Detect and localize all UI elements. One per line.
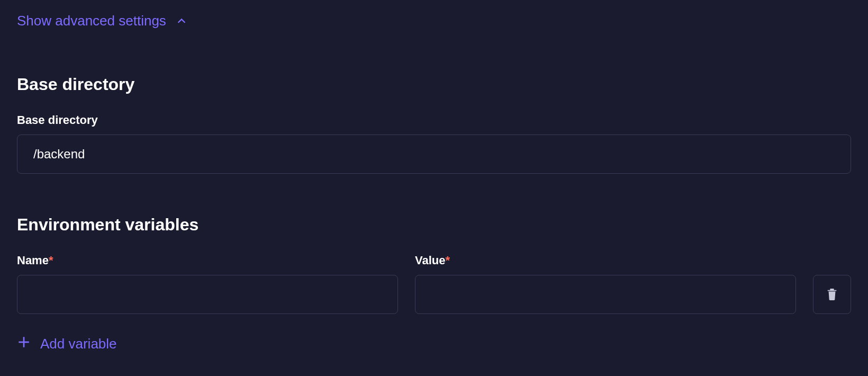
env-var-row: Name* Value* xyxy=(17,254,851,314)
required-mark: * xyxy=(49,254,53,267)
add-variable-button[interactable]: Add variable xyxy=(17,335,117,353)
base-directory-heading: Base directory xyxy=(17,75,851,94)
trash-icon xyxy=(826,287,838,302)
env-value-input[interactable] xyxy=(415,275,796,314)
env-value-label-text: Value xyxy=(415,254,445,267)
env-name-label-text: Name xyxy=(17,254,49,267)
env-name-label: Name* xyxy=(17,254,398,267)
env-value-label: Value* xyxy=(415,254,796,267)
environment-variables-heading: Environment variables xyxy=(17,215,851,235)
env-value-column: Value* xyxy=(415,254,796,314)
env-name-input[interactable] xyxy=(17,275,398,314)
base-directory-label: Base directory xyxy=(17,113,851,127)
chevron-up-icon xyxy=(176,15,187,27)
env-name-column: Name* xyxy=(17,254,398,314)
show-advanced-settings-toggle[interactable]: Show advanced settings xyxy=(17,13,187,29)
show-advanced-settings-label: Show advanced settings xyxy=(17,13,166,29)
add-variable-label: Add variable xyxy=(40,336,117,352)
delete-env-var-button[interactable] xyxy=(813,275,851,314)
plus-icon xyxy=(17,335,31,353)
required-mark: * xyxy=(445,254,450,267)
base-directory-input[interactable] xyxy=(17,135,851,174)
